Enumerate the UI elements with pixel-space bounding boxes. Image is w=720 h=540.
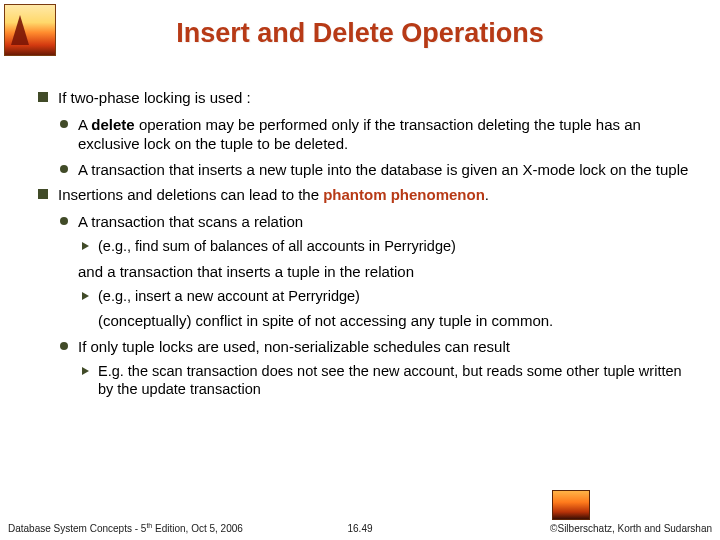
text: operation may be performed only if the t… [78,116,641,152]
bullet-level3: (e.g., find sum of balances of all accou… [38,237,690,256]
text: (conceptually) conflict in spite of not … [98,312,553,329]
text: Insertions and deletions can lead to the [58,186,323,203]
logo-bottom-right [552,490,590,520]
text: A transaction that inserts a new tuple i… [78,161,688,178]
text: (e.g., insert a new account at Perryridg… [98,288,360,304]
text: Database System Concepts - 5 [8,523,146,534]
bullet-level3: E.g. the scan transaction does not see t… [38,362,690,399]
text: If two-phase locking is used : [58,89,251,106]
slide-content: If two-phase locking is used : A delete … [38,88,690,405]
text: . [485,186,489,203]
bold-text: delete [91,116,134,133]
continuation-text: and a transaction that inserts a tuple i… [78,262,690,281]
slide-title: Insert and Delete Operations [0,0,720,49]
bullet-level1: Insertions and deletions can lead to the… [38,185,690,204]
logo-top-left [4,4,56,56]
text: (e.g., find sum of balances of all accou… [98,238,456,254]
footer-center: 16.49 [347,523,372,534]
text: E.g. the scan transaction does not see t… [98,363,682,398]
text: and a transaction that inserts a tuple i… [78,263,414,280]
bullet-level2: If only tuple locks are used, non-serial… [38,337,690,356]
continuation-text: (conceptually) conflict in spite of not … [98,311,690,330]
bullet-level2: A transaction that scans a relation [38,212,690,231]
text: Edition, Oct 5, 2006 [152,523,243,534]
bullet-level2: A transaction that inserts a new tuple i… [38,160,690,179]
footer-left: Database System Concepts - 5th Edition, … [8,522,243,534]
highlight-text: phantom phenomenon [323,186,485,203]
slide: Insert and Delete Operations If two-phas… [0,0,720,540]
text: If only tuple locks are used, non-serial… [78,338,510,355]
bullet-level2: A delete operation may be performed only… [38,115,690,153]
footer-right: ©Silberschatz, Korth and Sudarshan [550,523,712,534]
text: A [78,116,91,133]
text: A transaction that scans a relation [78,213,303,230]
footer: Database System Concepts - 5th Edition, … [0,518,720,534]
bullet-level3: (e.g., insert a new account at Perryridg… [38,287,690,306]
bullet-level1: If two-phase locking is used : [38,88,690,107]
